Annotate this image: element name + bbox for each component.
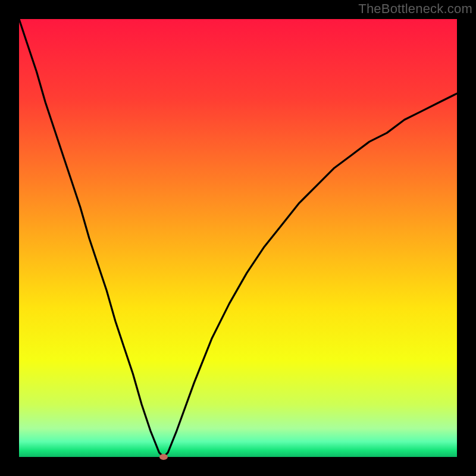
- chart-frame: TheBottleneck.com: [0, 0, 476, 476]
- minimum-marker: [159, 454, 168, 460]
- watermark-text: TheBottleneck.com: [358, 1, 472, 17]
- gradient-background: [19, 19, 457, 457]
- bottleneck-plot: [0, 0, 476, 476]
